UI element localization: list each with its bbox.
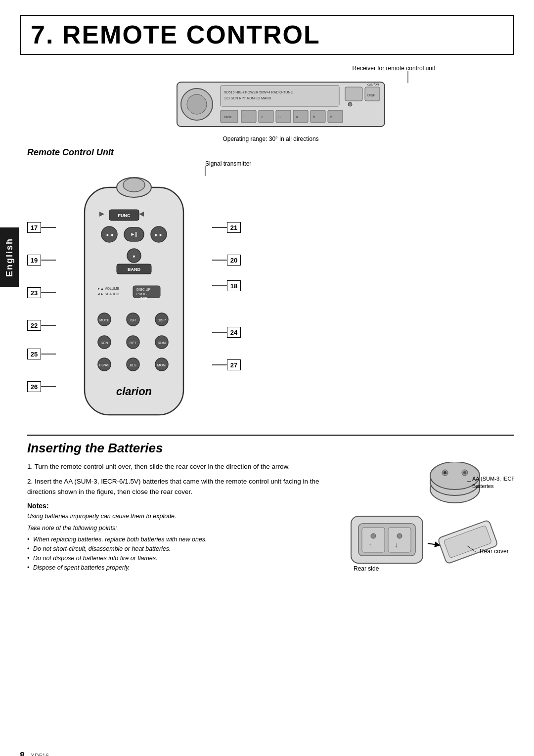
remote-control-svg: FUNC ◄◄ ►‖ ►► ▼ BAND xyxy=(60,170,208,427)
label-21: 21 xyxy=(227,222,241,233)
label-21-row: 21 xyxy=(212,222,241,233)
svg-rect-91 xyxy=(388,528,411,552)
bullet4: Dispose of spent batteries properly. xyxy=(27,563,336,573)
svg-text:TOP: TOP xyxy=(140,297,148,300)
svg-text:►►: ►► xyxy=(154,232,163,237)
label-26-row: 26 xyxy=(27,381,56,392)
label-17-row: 17 xyxy=(27,222,56,233)
label-18-row: 18 xyxy=(212,280,241,291)
svg-text:BLS: BLS xyxy=(130,363,136,367)
svg-text:Rear side: Rear side xyxy=(354,565,379,572)
batteries-section: Inserting the Batteries 1. Turn the remo… xyxy=(27,435,514,590)
step1-text: 1. Turn the remote control unit over, th… xyxy=(27,462,336,472)
head-unit-diagram: XD516 HIGH POWER 50W×4 RADIO-TUNE 123 SC… xyxy=(147,80,395,134)
svg-point-92 xyxy=(371,534,376,538)
label-25-row: 25 xyxy=(27,349,56,359)
label-18: 18 xyxy=(227,280,241,291)
svg-text:▼: ▼ xyxy=(132,254,136,259)
svg-text:PROG: PROG xyxy=(136,292,147,296)
svg-text:◄► SEARCH: ◄► SEARCH xyxy=(97,292,119,296)
receiver-line xyxy=(378,71,438,86)
batteries-diagram: AA (SUM-3, IECR-6/1.5V) Batteries xyxy=(346,462,514,590)
svg-rect-90 xyxy=(362,528,385,552)
svg-text:24CR: 24CR xyxy=(224,116,232,119)
svg-text:MUTE: MUTE xyxy=(99,318,109,322)
language-label: English xyxy=(4,238,15,277)
label-23-row: 23 xyxy=(27,287,56,298)
svg-text:MONI: MONI xyxy=(157,363,166,367)
title-text: REMOTE CONTROL xyxy=(62,20,320,49)
svg-text:1: 1 xyxy=(244,115,246,119)
step2-number: 2. xyxy=(27,478,33,485)
label-27-row: 27 xyxy=(212,359,241,370)
signal-transmitter-area: Signal transmitter xyxy=(126,160,514,170)
svg-point-85 xyxy=(463,471,466,474)
bullet2: Do not short-circuit, disassemble or hea… xyxy=(27,544,336,554)
label-26: 26 xyxy=(27,381,41,392)
svg-text:↑: ↑ xyxy=(368,541,372,549)
svg-text:PS/AS: PS/AS xyxy=(99,363,110,367)
label-20: 20 xyxy=(227,255,241,266)
notes-title: Notes: xyxy=(27,502,336,510)
label-19: 19 xyxy=(27,255,41,266)
label-24-row: 24 xyxy=(212,327,241,338)
svg-text:3: 3 xyxy=(278,115,281,119)
bullet3: Do not dispose of batteries into fire or… xyxy=(27,554,336,563)
svg-text:◄◄: ◄◄ xyxy=(105,232,114,237)
page: English 7. REMOTE CONTROL Receiver for r… xyxy=(0,15,534,756)
battery-diagram-inner: AA (SUM-3, IECR-6/1.5V) Batteries xyxy=(346,462,514,590)
svg-rect-34 xyxy=(85,187,183,415)
svg-point-36 xyxy=(123,178,145,192)
battery-label-text: AA (SUM-3, IECR-6/1.5V) xyxy=(472,476,514,482)
svg-text:RPT: RPT xyxy=(130,341,137,345)
batteries-content: 1. Turn the remote control unit over, th… xyxy=(27,462,514,590)
svg-text:DISP: DISP xyxy=(158,318,166,322)
step2-body: Insert the AA (SUM-3, IECR-6/1.5V) batte… xyxy=(27,478,319,495)
svg-point-84 xyxy=(444,471,446,474)
svg-point-4 xyxy=(187,94,207,114)
rc-unit-section: Remote Control Unit Signal transmitter 1… xyxy=(27,147,514,427)
model-number: XD516 xyxy=(31,753,49,756)
svg-text:Rear cover: Rear cover xyxy=(480,548,509,555)
batteries-text: 1. Turn the remote control unit over, th… xyxy=(27,462,336,590)
notes-italic2: Take note of the following points: xyxy=(27,524,336,533)
svg-text:2: 2 xyxy=(261,115,264,119)
label-19-row: 19 xyxy=(27,255,56,266)
svg-text:5: 5 xyxy=(313,115,315,119)
svg-text:DISP: DISP xyxy=(367,93,376,97)
label-24: 24 xyxy=(227,327,241,338)
svg-text:DISC UP: DISC UP xyxy=(136,288,151,291)
label-17: 17 xyxy=(27,222,41,233)
notes-section: Notes: Using batteries improperly can ca… xyxy=(27,502,336,573)
page-footer: 8 XD516 xyxy=(20,751,49,756)
svg-text:SCN: SCN xyxy=(101,341,108,345)
batteries-title: Inserting the Batteries xyxy=(27,441,514,456)
label-23: 23 xyxy=(27,287,41,298)
operating-range-label: Operating range: 30° in all directions xyxy=(222,135,318,142)
device-diagram: Receiver for remote control unit xyxy=(27,65,514,142)
page-number: 8 xyxy=(20,751,25,756)
svg-text:FUNC: FUNC xyxy=(118,213,131,218)
svg-text:4: 4 xyxy=(296,115,298,119)
svg-text:▼▲ VOLUME: ▼▲ VOLUME xyxy=(97,287,120,290)
label-22: 22 xyxy=(27,320,41,331)
svg-rect-5 xyxy=(221,86,339,106)
svg-text:►‖: ►‖ xyxy=(131,231,138,237)
label-25: 25 xyxy=(27,349,41,359)
svg-rect-22 xyxy=(345,87,362,101)
step1-body: Turn the remote control unit over, then … xyxy=(35,463,290,470)
notes-italic1: Using batteries improperly can cause the… xyxy=(27,512,336,521)
step1-number: 1. xyxy=(27,463,33,470)
svg-text:XD516 HIGH POWER 50W×4 RADIO-T: XD516 HIGH POWER 50W×4 RADIO-TUNE xyxy=(224,90,293,94)
step2-text: 2. Insert the AA (SUM-3, IECR-6/1.5V) ba… xyxy=(27,477,336,497)
label-20-row: 20 xyxy=(212,255,241,266)
language-tab: English xyxy=(0,227,19,287)
label-22-row: 22 xyxy=(27,320,56,331)
left-labels: 17 19 23 22 xyxy=(27,170,56,392)
rc-unit-heading: Remote Control Unit xyxy=(27,147,514,158)
remote-area: 17 19 23 22 xyxy=(27,170,514,427)
svg-point-93 xyxy=(397,534,402,538)
head-unit-container: Receiver for remote control unit xyxy=(27,65,514,142)
svg-text:BAND: BAND xyxy=(128,267,140,272)
svg-text:RDM: RDM xyxy=(158,341,166,345)
